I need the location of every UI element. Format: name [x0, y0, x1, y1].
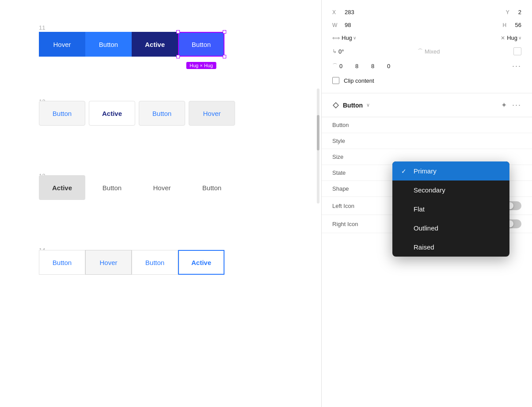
hug-height-value: Hug	[507, 35, 517, 41]
prop-left-icon-label: Left Icon	[332, 203, 368, 209]
properties-panel: X 283 Y 2 W 98 H 56 ⟺ Hug ∨ ✕ Hug ∨	[322, 0, 532, 407]
row12-hover-button[interactable]: Hover	[189, 101, 235, 126]
hug-width-chevron: ∨	[353, 35, 356, 40]
row-11-label: 11	[39, 24, 45, 31]
row14-hover-button[interactable]: Hover	[85, 250, 132, 275]
hug-width-value: Hug	[342, 35, 352, 41]
y-value[interactable]: 2	[518, 9, 521, 15]
hug-height-chevron: ∨	[518, 35, 521, 40]
spacing-val-3[interactable]: 0	[387, 63, 396, 69]
component-more-button[interactable]: ···	[512, 100, 521, 110]
component-name-label: Button	[343, 102, 363, 109]
row11-active-button[interactable]: Active	[132, 32, 178, 57]
clip-content-label: Clip content	[344, 77, 374, 84]
rotation-value[interactable]: 0°	[338, 48, 344, 55]
handle-bl[interactable]	[176, 55, 180, 58]
row11-selected-wrap: Button Hug × Hug	[178, 32, 224, 57]
row13-hover-button[interactable]: Hover	[139, 175, 185, 200]
xy-row: X 283 Y 2	[332, 9, 521, 15]
corner-radius-value[interactable]: Mixed	[425, 48, 440, 55]
hug-row: ⟺ Hug ∨ ✕ Hug ∨	[332, 35, 521, 41]
row-13-buttons: Active Button Hover Button	[39, 175, 235, 200]
spacing-row: ⌒ 0 8 8 0 ···	[332, 61, 521, 71]
row-12-buttons: Button Active Button Hover	[39, 101, 235, 126]
y-label: Y	[506, 9, 518, 15]
dropdown-option-secondary[interactable]: ✓ Secondary	[392, 180, 509, 200]
row-11-buttons: Hover Button Active Button Hug × Hug	[39, 32, 224, 57]
prop-style-row[interactable]: Style	[322, 133, 532, 149]
dropdown-option-primary[interactable]: ✓ Primary	[392, 161, 509, 180]
spacing-val-2[interactable]: 8	[371, 63, 380, 69]
hug-width-arrows: ⟺	[332, 35, 340, 41]
row12-button2[interactable]: Button	[139, 101, 185, 126]
dropdown-option-outlined[interactable]: ✓ Outlined	[392, 219, 509, 238]
spacing-values: 0 8 8 0	[339, 63, 396, 69]
geometry-section: X 283 Y 2 W 98 H 56 ⟺ Hug ∨ ✕ Hug ∨	[322, 0, 532, 93]
spacing-val-1[interactable]: 8	[355, 63, 364, 69]
clip-corner-icon	[513, 47, 521, 55]
hug-height-symbol: ✕	[501, 35, 505, 41]
row13-active-button[interactable]: Active	[39, 175, 85, 200]
hug-width-dropdown[interactable]: Hug ∨	[342, 35, 356, 41]
handle-tr[interactable]	[223, 30, 226, 34]
hug-height-dropdown[interactable]: Hug ∨	[507, 35, 521, 41]
x-label: X	[332, 9, 345, 15]
h-label: H	[503, 22, 515, 28]
dropdown-option-flat[interactable]: ✓ Flat	[392, 200, 509, 219]
clip-content-checkbox[interactable]	[332, 77, 339, 84]
corner-radius-icon: ⌒	[418, 48, 423, 55]
row12-active-button[interactable]: Active	[89, 101, 135, 126]
prop-size-label: Size	[332, 154, 368, 160]
dropdown-label-flat: Flat	[414, 205, 425, 213]
prop-style-label: Style	[332, 138, 368, 144]
row11-button-button[interactable]: Button	[85, 32, 132, 57]
wh-row: W 98 H 56	[332, 22, 521, 28]
row13-button1[interactable]: Button	[89, 175, 135, 200]
component-props-list: Button Style Size State Shape Left Icon	[322, 117, 532, 407]
dropdown-label-outlined: Outlined	[414, 224, 438, 232]
rotation-row: ↳ 0° ⌒ Mixed	[332, 47, 521, 55]
w-value[interactable]: 98	[345, 22, 351, 28]
canvas-scrollbar[interactable]	[317, 88, 319, 204]
component-diamond-icon	[332, 102, 339, 109]
row14-active-button[interactable]: Active	[178, 250, 224, 275]
prop-right-icon-label: Right Icon	[332, 221, 368, 227]
prop-shape-label: Shape	[332, 185, 368, 192]
dropdown-label-secondary: Secondary	[414, 186, 445, 194]
scrollbar-thumb	[317, 115, 319, 150]
x-value[interactable]: 283	[345, 9, 354, 15]
row13-button2[interactable]: Button	[189, 175, 235, 200]
style-dropdown-menu: ✓ Primary ✓ Secondary ✓ Flat ✓ Outlined …	[392, 161, 509, 257]
handle-tl[interactable]	[176, 30, 180, 34]
svg-marker-0	[333, 103, 338, 108]
border-radius-icon: ⌒	[332, 62, 338, 70]
handle-br[interactable]	[223, 55, 226, 58]
w-label: W	[332, 22, 345, 28]
component-chevron-icon[interactable]: ∨	[366, 102, 370, 108]
row11-hover-button[interactable]: Hover	[39, 32, 85, 57]
dropdown-option-raised[interactable]: ✓ Raised	[392, 238, 509, 257]
row-14-buttons: Button Hover Button Active	[39, 250, 224, 275]
canvas-panel: 11 Hover Button Active Button Hug × Hug …	[0, 0, 322, 407]
spacing-val-0[interactable]: 0	[339, 63, 348, 69]
row12-button1[interactable]: Button	[39, 101, 85, 126]
prop-state-label: State	[332, 169, 368, 176]
clip-content-row: Clip content	[332, 77, 521, 84]
prop-button-label-row: Button	[322, 117, 532, 133]
component-header: Button ∨ ✦ ···	[332, 100, 521, 110]
rotation-icon: ↳	[332, 48, 337, 54]
row14-button1[interactable]: Button	[39, 250, 85, 275]
prop-button-label: Button	[332, 122, 368, 128]
dropdown-label-raised: Raised	[414, 243, 434, 251]
h-value[interactable]: 56	[515, 22, 521, 28]
more-options-button[interactable]: ···	[512, 61, 521, 71]
dropdown-label-primary: Primary	[414, 167, 437, 175]
hug-label: Hug × Hug	[186, 62, 217, 69]
component-move-icon[interactable]: ✦	[501, 101, 507, 109]
component-section: Button ∨ ✦ ···	[322, 93, 532, 117]
check-icon-primary: ✓	[401, 168, 408, 175]
component-actions: ✦ ···	[501, 100, 521, 110]
row11-selected-button[interactable]: Button	[178, 32, 224, 57]
row14-button2[interactable]: Button	[132, 250, 178, 275]
